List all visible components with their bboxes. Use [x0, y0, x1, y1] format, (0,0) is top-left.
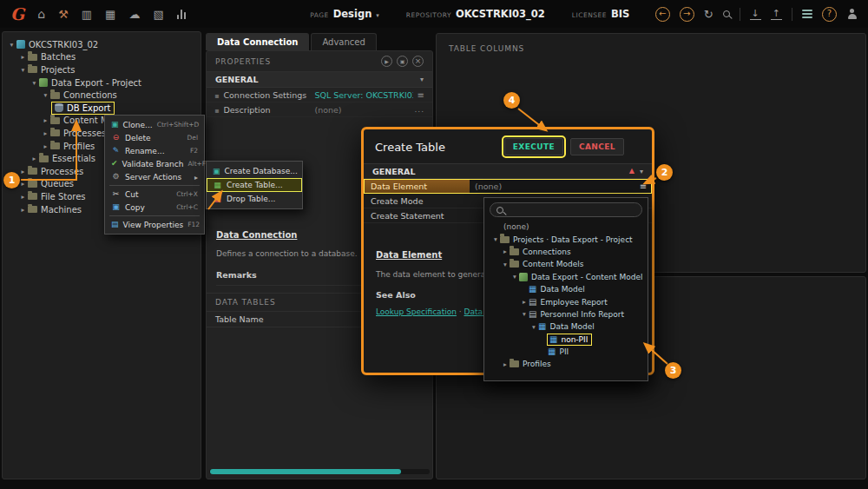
chevron-right-icon[interactable]	[41, 116, 50, 124]
picker-item-employee-report[interactable]: Employee Report	[490, 295, 642, 307]
menu-item-drop-table[interactable]: Drop Table...	[207, 192, 302, 206]
table-icon	[549, 335, 557, 344]
picker-item-connections[interactable]: Connections	[490, 246, 642, 258]
popup-search-box[interactable]	[490, 202, 642, 217]
search-input[interactable]	[508, 206, 635, 215]
repository-selector[interactable]: REPOSITORY OKCSTRKI03_02	[406, 8, 545, 20]
tools-icon[interactable]	[58, 9, 69, 20]
chevron-down-icon[interactable]	[30, 79, 39, 87]
tree-item-data-export-project[interactable]: Data Export - Project	[3, 76, 201, 89]
picker-item-non-pii[interactable]: non-PII	[490, 334, 642, 346]
home-icon[interactable]	[37, 8, 45, 20]
chevron-right-icon[interactable]	[18, 168, 28, 175]
menu-item-rename[interactable]: Rename... F2	[105, 144, 204, 157]
picker-item-content-models[interactable]: Content Models	[490, 258, 642, 270]
menu-item-clone[interactable]: Clone... Ctrl+Shift+D	[105, 118, 204, 131]
menu-item-create-database[interactable]: Create Database...	[207, 164, 302, 178]
dialog-general-header[interactable]: GENERAL	[364, 163, 652, 179]
refresh-icon[interactable]	[704, 9, 713, 20]
chevron-down-icon[interactable]	[510, 273, 519, 281]
chevron-right-icon[interactable]	[18, 193, 28, 201]
menu-item-server-actions[interactable]: Server Actions	[105, 170, 204, 183]
general-section-header[interactable]: GENERAL	[207, 72, 432, 88]
menu-label: Cut	[125, 190, 172, 199]
menu-item-validate-branch[interactable]: Validate Branch Alt+F11	[105, 157, 204, 170]
package-icon[interactable]	[105, 9, 115, 20]
back-button[interactable]: ←	[655, 7, 670, 22]
picker-item-pii[interactable]: PII	[490, 346, 642, 358]
app-window: G PAGE Design REPOSITORY OKCSTRKI03_02 L…	[0, 0, 868, 489]
cancel-button[interactable]: CANCEL	[570, 138, 624, 155]
folder-icon	[28, 181, 37, 188]
archive-icon[interactable]	[82, 9, 92, 20]
tab-advanced[interactable]: Advanced	[311, 33, 376, 50]
chevron-down-icon[interactable]	[18, 66, 28, 74]
lookup-specification-link[interactable]: Lookup Specification	[376, 307, 457, 316]
run-icon[interactable]	[381, 56, 392, 67]
chevron-down-icon[interactable]	[529, 323, 538, 331]
menu-label: Server Actions	[125, 173, 190, 182]
execute-button[interactable]: EXECUTE	[504, 138, 563, 155]
menu-label: Create Database...	[225, 167, 298, 175]
chevron-right-icon[interactable]	[41, 129, 50, 137]
chart-icon[interactable]	[177, 10, 187, 19]
search-icon[interactable]	[723, 10, 730, 17]
chevron-right-icon[interactable]	[18, 206, 28, 214]
chevron-right-icon[interactable]	[18, 53, 28, 61]
upload-icon[interactable]	[771, 9, 782, 20]
menu-item-view-properties[interactable]: View Properties F12	[105, 218, 204, 231]
menu-item-create-table[interactable]: Create Table...	[207, 178, 302, 192]
download-icon[interactable]	[750, 9, 761, 20]
tree-item-batches[interactable]: Batches	[3, 51, 201, 64]
picker-item-none[interactable]: (none)	[490, 221, 642, 233]
chevron-right-icon[interactable]	[30, 155, 39, 162]
scrollbar-thumb[interactable]	[210, 469, 401, 474]
save-icon[interactable]	[397, 56, 408, 67]
property-value[interactable]: SQL Server: OKCSTRKI03...	[314, 90, 412, 100]
picker-item-data-model-1[interactable]: Data Model	[490, 283, 642, 295]
menu-icon[interactable]	[418, 90, 424, 100]
chevron-right-icon[interactable]	[501, 248, 510, 255]
property-value[interactable]: (none)	[314, 105, 410, 115]
picker-item-profiles[interactable]: Profiles	[490, 358, 642, 370]
chevron-down-icon[interactable]	[491, 235, 500, 243]
picker-item-content-model[interactable]: Data Export - Content Model	[490, 271, 642, 283]
forward-button[interactable]: →	[680, 7, 694, 22]
page-selector[interactable]: PAGE Design	[310, 8, 379, 20]
help-icon[interactable]: ?	[822, 7, 837, 22]
menu-item-delete[interactable]: Delete Del	[105, 131, 204, 144]
chevron-down-icon[interactable]	[501, 261, 510, 268]
tree-item-repository[interactable]: OKCSTRKI03_02	[3, 38, 201, 51]
field-value[interactable]: (none)	[470, 182, 635, 191]
discard-icon[interactable]	[412, 56, 424, 67]
user-icon[interactable]	[846, 9, 858, 20]
chevron-down-icon[interactable]	[7, 41, 16, 49]
menu-item-copy[interactable]: Copy Ctrl+C	[105, 201, 204, 214]
ellipsis-icon[interactable]: ...	[414, 105, 424, 114]
chevron-right-icon[interactable]	[520, 298, 529, 306]
menu-label: Delete	[125, 134, 183, 142]
horizontal-scrollbar[interactable]	[209, 469, 430, 474]
connection-settings-row[interactable]: Connection Settings SQL Server: OKCSTRKI…	[207, 88, 432, 102]
chevron-down-icon[interactable]	[520, 310, 529, 318]
picker-item-personnel-info-report[interactable]: Personnel Info Report	[490, 308, 642, 320]
menu-icon[interactable]	[635, 182, 652, 191]
chevron-down-icon[interactable]	[41, 91, 50, 99]
layers-icon[interactable]	[802, 9, 812, 20]
picker-item-projects[interactable]: Projects · Data Export - Project	[490, 233, 642, 245]
tree-item-connections[interactable]: Connections	[3, 89, 201, 102]
licensee-selector[interactable]: LICENSEE BIS	[572, 8, 630, 20]
picker-item-data-model-2[interactable]: Data Model	[490, 320, 642, 333]
chevron-right-icon[interactable]	[501, 360, 510, 368]
description-row[interactable]: Description (none) ...	[207, 102, 432, 117]
dialog-row-data-element[interactable]: Data Element (none)	[364, 179, 652, 194]
deploy-icon[interactable]	[153, 9, 163, 20]
chevron-right-icon[interactable]	[41, 142, 50, 150]
delete-icon	[111, 134, 121, 142]
cloud-icon[interactable]	[128, 9, 140, 20]
column-header-table-name[interactable]: Table Name	[215, 314, 264, 324]
tree-item-projects[interactable]: Projects	[3, 63, 201, 76]
menu-item-cut[interactable]: Cut Ctrl+X	[105, 188, 204, 201]
tab-data-connection[interactable]: Data Connection	[206, 33, 309, 50]
tree-item-db-export[interactable]: DB Export	[3, 102, 201, 115]
